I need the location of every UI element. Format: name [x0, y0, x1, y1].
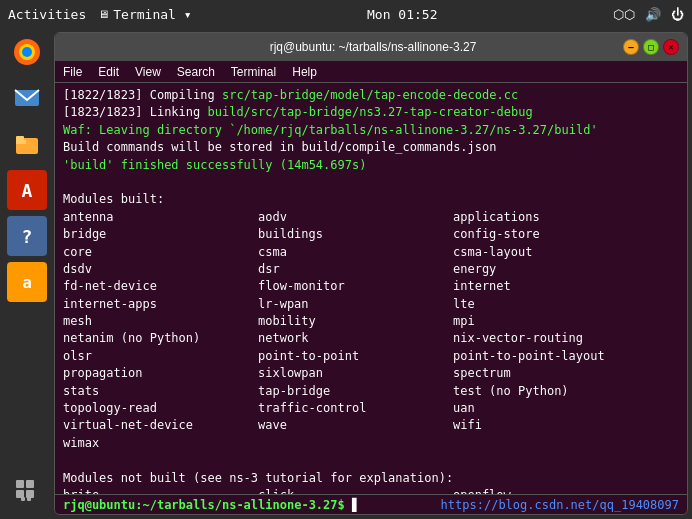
mod-row-14: wimax	[63, 435, 679, 452]
mod-row-2: bridge buildings config-store	[63, 226, 679, 243]
files-icon[interactable]	[7, 124, 47, 164]
terminal-title-bar: rjq@ubuntu: ~/tarballs/ns-allinone-3.27 …	[55, 33, 687, 61]
not-built-row-1: brite click openflow	[63, 487, 679, 494]
minimize-button[interactable]: —	[623, 39, 639, 55]
workspace: A ? a rjq@ubuntu: ~/tarballs/ns-allinone…	[0, 28, 692, 519]
terminal-content[interactable]: [1822/1823] Compiling src/tap-bridge/mod…	[55, 83, 687, 494]
svg-rect-8	[26, 480, 34, 488]
mod-row-11: stats tap-bridge test (no Python)	[63, 383, 679, 400]
svg-rect-12	[27, 497, 31, 501]
mod-row-13: virtual-net-device wave wifi	[63, 417, 679, 434]
activities-button[interactable]: Activities	[8, 7, 86, 22]
not-built-header: Modules not built (see ns-3 tutorial for…	[63, 470, 679, 487]
svg-point-2	[22, 47, 32, 57]
system-clock: Mon 01:52	[367, 7, 437, 22]
network-tray-icon: ⬡⬡	[613, 7, 635, 22]
build-cmd-line: Build commands will be stored in build/c…	[63, 139, 679, 156]
terminal-menu-button[interactable]: 🖥 Terminal ▾	[98, 7, 191, 22]
maximize-button[interactable]: □	[643, 39, 659, 55]
terminal-prompt: rjq@ubuntu:~/tarballs/ns-allinone-3.27$ …	[63, 498, 359, 512]
terminal-status-bar: rjq@ubuntu:~/tarballs/ns-allinone-3.27$ …	[55, 494, 687, 514]
mail-icon[interactable]	[7, 78, 47, 118]
menu-view[interactable]: View	[135, 65, 161, 79]
system-bar-left: Activities 🖥 Terminal ▾	[8, 7, 192, 22]
system-bar: Activities 🖥 Terminal ▾ Mon 01:52 ⬡⬡ 🔊 ⏻	[0, 0, 692, 28]
mod-row-8: netanim (no Python) network nix-vector-r…	[63, 330, 679, 347]
mod-row-6: internet-apps lr-wpan lte	[63, 296, 679, 313]
waf-line: Waf: Leaving directory `/home/rjq/tarbal…	[63, 122, 679, 139]
compile-line-1: [1822/1823] Compiling src/tap-bridge/mod…	[63, 87, 679, 104]
amazon-icon[interactable]: a	[7, 262, 47, 302]
svg-rect-9	[16, 490, 24, 498]
terminal-menu-bar: File Edit View Search Terminal Help	[55, 61, 687, 83]
mod-row-1: antenna aodv applications	[63, 209, 679, 226]
apps-grid-icon[interactable]	[7, 471, 47, 511]
software-icon[interactable]: A	[7, 170, 47, 210]
menu-help[interactable]: Help	[292, 65, 317, 79]
mod-row-5: fd-net-device flow-monitor internet	[63, 278, 679, 295]
menu-edit[interactable]: Edit	[98, 65, 119, 79]
mod-row-9: olsr point-to-point point-to-point-layou…	[63, 348, 679, 365]
mod-row-7: mesh mobility mpi	[63, 313, 679, 330]
svg-rect-10	[26, 490, 34, 498]
menu-terminal[interactable]: Terminal	[231, 65, 276, 79]
svg-rect-5	[16, 140, 26, 144]
mod-row-12: topology-read traffic-control uan	[63, 400, 679, 417]
blank-1	[63, 174, 679, 191]
menu-file[interactable]: File	[63, 65, 82, 79]
mod-row-4: dsdv dsr energy	[63, 261, 679, 278]
blank-2	[63, 452, 679, 469]
mod-row-3: core csma csma-layout	[63, 244, 679, 261]
terminal-window: rjq@ubuntu: ~/tarballs/ns-allinone-3.27 …	[54, 32, 688, 515]
modules-header: Modules built:	[63, 191, 679, 208]
firefox-icon[interactable]	[7, 32, 47, 72]
window-controls: — □ ✕	[623, 39, 679, 55]
terminal-title: rjq@ubuntu: ~/tarballs/ns-allinone-3.27	[123, 40, 623, 54]
sidebar: A ? a	[0, 28, 54, 519]
power-tray-icon[interactable]: ⏻	[671, 7, 684, 22]
status-link: https://blog.csdn.net/qq_19408097	[441, 498, 679, 512]
svg-rect-6	[16, 136, 24, 140]
help-icon[interactable]: ?	[7, 216, 47, 256]
menu-search[interactable]: Search	[177, 65, 215, 79]
compile-line-2: [1823/1823] Linking build/src/tap-bridge…	[63, 104, 679, 121]
close-button[interactable]: ✕	[663, 39, 679, 55]
speaker-tray-icon: 🔊	[645, 7, 661, 22]
mod-row-10: propagation sixlowpan spectrum	[63, 365, 679, 382]
build-finish-line: 'build' finished successfully (14m54.697…	[63, 157, 679, 174]
svg-rect-11	[21, 497, 25, 501]
system-tray: ⬡⬡ 🔊 ⏻	[613, 7, 684, 22]
svg-rect-7	[16, 480, 24, 488]
